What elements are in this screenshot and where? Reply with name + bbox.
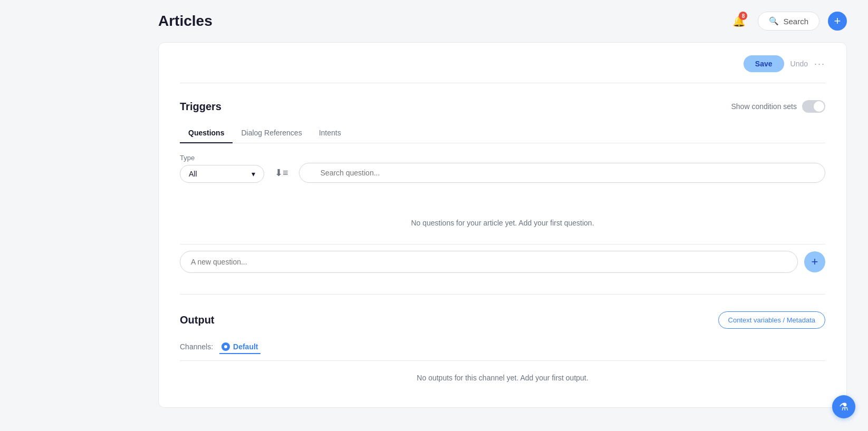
card-toolbar: Save Undo ··· bbox=[180, 55, 825, 83]
plus-icon: + bbox=[812, 255, 818, 269]
sort-button[interactable]: ⬇≡ bbox=[271, 163, 293, 183]
notification-badge: 8 bbox=[739, 12, 747, 20]
tab-questions[interactable]: Questions bbox=[180, 123, 233, 143]
type-filter-group: Type All ▾ bbox=[180, 154, 264, 183]
output-section: Output Context variables / Metadata Chan… bbox=[180, 294, 825, 395]
type-select[interactable]: All ▾ bbox=[180, 165, 264, 183]
add-question-button[interactable]: + bbox=[804, 251, 825, 272]
sort-icon: ⬇≡ bbox=[275, 168, 288, 178]
undo-button[interactable]: Undo bbox=[790, 60, 808, 68]
triggers-title: Triggers bbox=[180, 101, 221, 113]
condition-sets-toggle-area: Show condition sets bbox=[731, 100, 825, 113]
header-actions: 🔔 8 🔍 Search + bbox=[728, 11, 847, 32]
output-header: Output Context variables / Metadata bbox=[180, 311, 825, 329]
main-content: Save Undo ··· Triggers Show condition se… bbox=[0, 42, 868, 408]
more-options-button[interactable]: ··· bbox=[814, 58, 825, 70]
output-title: Output bbox=[180, 314, 215, 326]
search-button[interactable]: 🔍 Search bbox=[758, 12, 819, 31]
default-channel-label: Default bbox=[233, 342, 258, 351]
search-question-wrapper: 🔍 bbox=[299, 163, 825, 183]
type-filter-label: Type bbox=[180, 154, 264, 162]
default-channel-tab[interactable]: Default bbox=[219, 339, 260, 354]
context-variables-button[interactable]: Context variables / Metadata bbox=[718, 311, 825, 329]
lab-icon: ⚗ bbox=[839, 400, 848, 413]
new-question-row: + bbox=[180, 244, 825, 273]
questions-empty-state: No questions for your article yet. Add y… bbox=[180, 198, 825, 242]
type-select-value: All bbox=[189, 170, 197, 178]
tab-intents[interactable]: Intents bbox=[311, 123, 350, 143]
plus-icon: + bbox=[834, 14, 841, 28]
condition-sets-toggle[interactable] bbox=[802, 100, 825, 113]
new-question-input[interactable] bbox=[180, 251, 798, 273]
search-question-input[interactable] bbox=[299, 163, 825, 183]
help-button[interactable]: ⚗ bbox=[832, 395, 855, 418]
output-empty-state: No outputs for this channel yet. Add you… bbox=[180, 360, 825, 395]
triggers-header: Triggers Show condition sets bbox=[180, 100, 825, 113]
notification-button[interactable]: 🔔 8 bbox=[728, 11, 749, 32]
search-icon: 🔍 bbox=[769, 16, 779, 26]
save-button[interactable]: Save bbox=[744, 55, 784, 72]
channel-dot-inner bbox=[224, 345, 227, 348]
search-label: Search bbox=[783, 17, 808, 26]
header: Articles 🔔 8 🔍 Search + bbox=[0, 0, 868, 42]
main-card: Save Undo ··· Triggers Show condition se… bbox=[158, 42, 847, 408]
filter-row: Type All ▾ ⬇≡ 🔍 bbox=[180, 154, 825, 183]
trigger-tabs: Questions Dialog References Intents bbox=[180, 123, 825, 143]
channels-row: Channels: Default bbox=[180, 339, 825, 354]
condition-sets-label: Show condition sets bbox=[731, 102, 797, 111]
channel-dot bbox=[221, 342, 230, 351]
page-title: Articles bbox=[158, 13, 213, 30]
channels-label: Channels: bbox=[180, 342, 213, 351]
add-button[interactable]: + bbox=[828, 12, 847, 31]
tab-dialog-references[interactable]: Dialog References bbox=[233, 123, 310, 143]
chevron-down-icon: ▾ bbox=[252, 170, 255, 178]
